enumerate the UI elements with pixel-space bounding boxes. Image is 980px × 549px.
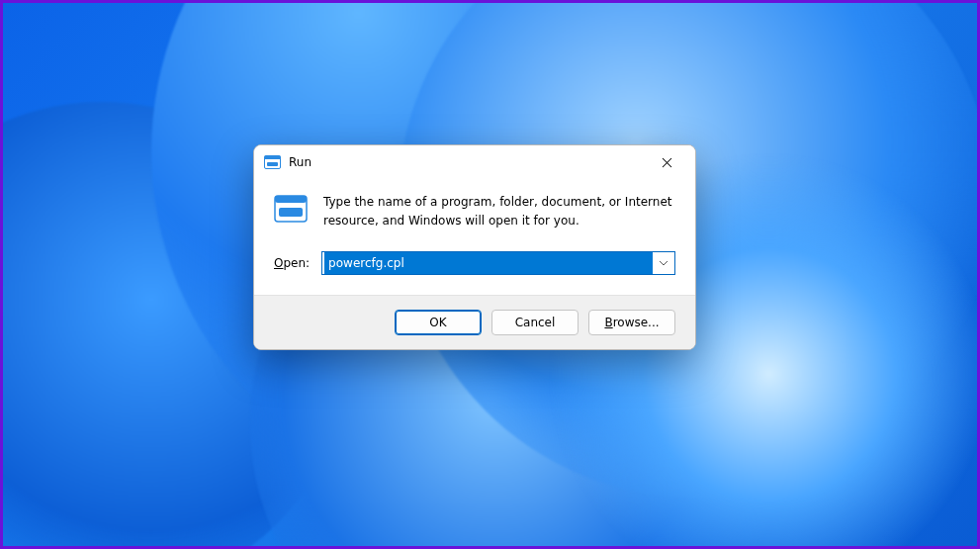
run-large-icon — [274, 195, 308, 223]
open-input[interactable] — [324, 252, 653, 274]
run-icon — [264, 155, 281, 169]
svg-rect-5 — [279, 208, 303, 217]
svg-rect-1 — [265, 156, 281, 160]
instruction-text: Type the name of a program, folder, docu… — [323, 193, 675, 229]
open-combobox[interactable] — [321, 251, 675, 275]
open-label: Open: — [274, 256, 310, 270]
close-icon — [662, 157, 672, 168]
titlebar[interactable]: Run — [254, 145, 695, 179]
window-title: Run — [289, 155, 312, 169]
cancel-button[interactable]: Cancel — [491, 310, 579, 335]
chevron-down-icon — [659, 260, 668, 266]
combobox-dropdown-button[interactable] — [653, 252, 674, 274]
run-dialog: Run Type the name of a program, folder, … — [253, 144, 696, 350]
button-bar: OK Cancel Browse... — [254, 295, 695, 349]
close-button[interactable] — [644, 147, 689, 177]
svg-rect-4 — [275, 196, 307, 203]
ok-button[interactable]: OK — [395, 310, 482, 335]
browse-button[interactable]: Browse... — [588, 310, 675, 335]
svg-rect-2 — [267, 162, 278, 166]
